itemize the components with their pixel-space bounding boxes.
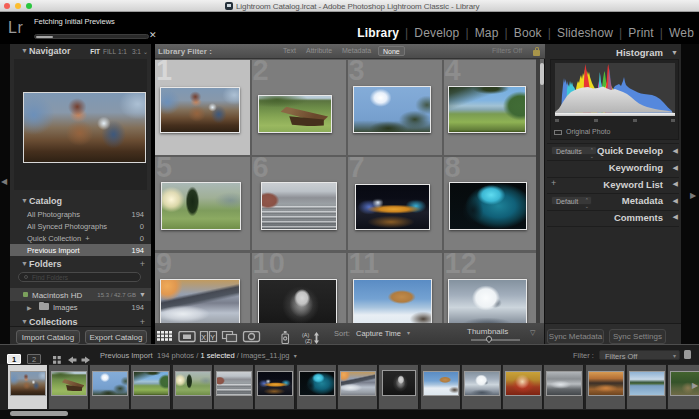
svg-text:(Z): (Z) [305, 338, 312, 344]
svg-text:X: X [201, 333, 206, 340]
svg-text:Y: Y [210, 333, 215, 340]
